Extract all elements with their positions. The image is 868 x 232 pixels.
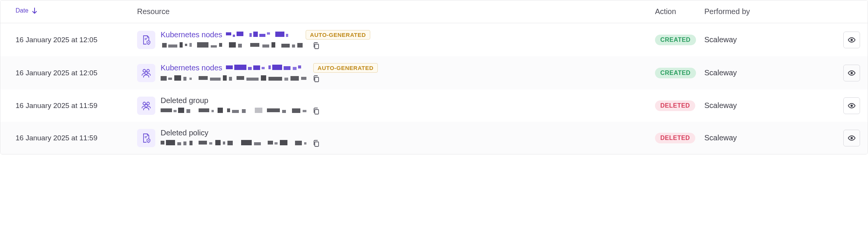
performed-by: Scaleway [704,133,837,142]
svg-rect-84 [177,142,181,145]
svg-rect-17 [211,45,217,48]
svg-rect-98 [304,142,306,145]
svg-rect-44 [174,75,181,81]
svg-rect-83 [166,140,175,145]
column-header-resource: Resource [137,7,655,16]
svg-rect-69 [218,108,223,113]
svg-rect-73 [255,108,262,113]
redacted-id [161,140,309,147]
document-shield-icon [137,31,155,49]
svg-rect-66 [186,109,190,113]
copy-icon[interactable] [312,107,320,115]
svg-rect-92 [241,140,252,145]
svg-rect-88 [209,142,212,145]
svg-rect-51 [237,76,244,80]
document-shield-icon [137,129,155,147]
action-badge-created: CREATED [655,35,696,45]
svg-rect-49 [223,75,227,81]
svg-rect-21 [250,43,259,47]
performed-by: Scaleway [704,68,837,77]
svg-rect-5 [249,33,252,37]
auto-generated-badge: AUTO-GENERATED [306,30,370,40]
svg-rect-22 [262,44,269,48]
svg-point-28 [851,39,853,41]
svg-rect-99 [315,142,319,146]
svg-rect-24 [281,44,290,48]
redacted-id [161,42,309,49]
svg-rect-27 [315,44,319,49]
svg-rect-48 [210,78,221,81]
svg-rect-36 [262,67,265,69]
svg-rect-52 [246,78,259,81]
svg-rect-4 [237,32,243,36]
eye-icon [847,69,856,77]
column-header-date[interactable]: Date [16,7,137,14]
svg-rect-77 [303,110,306,112]
svg-rect-39 [284,66,290,70]
svg-rect-32 [226,65,233,69]
copy-icon[interactable] [312,42,320,49]
column-header-performed-by: Performed by [704,7,837,16]
svg-rect-71 [232,110,239,113]
svg-rect-18 [219,43,222,47]
audit-log-table: Date Resource Action Performed by 16 Jan… [0,0,868,154]
table-row: 16 January 2025 at 12:05 Kubernetes node… [0,23,868,56]
svg-rect-70 [227,108,230,112]
view-details-button[interactable] [843,65,860,81]
svg-rect-53 [261,75,266,81]
svg-rect-87 [199,141,207,145]
view-details-button[interactable] [843,32,860,48]
svg-rect-8 [267,32,270,35]
view-details-button[interactable] [843,130,860,146]
resource-title: Deleted group [161,96,208,105]
table-row: 16 January 2025 at 11:59 Deleted group [0,89,868,122]
svg-rect-41 [298,65,301,68]
row-date: 16 January 2025 at 12:05 [8,69,137,77]
resource-title: Deleted policy [161,129,208,137]
svg-rect-3 [233,35,235,37]
svg-rect-43 [168,78,172,80]
svg-rect-78 [315,110,319,114]
svg-rect-72 [242,109,246,113]
table-row: 16 January 2025 at 12:05 Kubernetes node… [0,56,868,89]
svg-rect-9 [275,32,284,37]
arrow-down-icon [32,7,38,14]
svg-rect-40 [293,67,297,70]
svg-rect-34 [248,67,252,70]
redacted-text [226,65,309,72]
svg-rect-19 [229,42,236,48]
svg-rect-2 [226,32,231,35]
svg-rect-50 [229,77,232,81]
copy-icon[interactable] [312,140,320,147]
svg-rect-46 [189,78,192,80]
eye-icon [847,134,856,142]
svg-rect-64 [174,110,177,112]
svg-rect-38 [272,65,282,70]
copy-icon[interactable] [312,75,320,83]
eye-icon [847,36,856,44]
svg-rect-12 [168,44,177,48]
svg-rect-95 [275,142,278,145]
svg-rect-74 [267,108,280,112]
action-badge-deleted: DELETED [655,100,695,111]
action-badge-created: CREATED [655,68,696,78]
svg-rect-96 [280,140,287,145]
svg-rect-63 [161,108,172,112]
resource-title-link[interactable]: Kubernetes nodes [161,64,222,72]
svg-rect-25 [292,44,295,48]
view-details-button[interactable] [843,97,860,114]
resource-title-link[interactable]: Kubernetes nodes [161,30,222,39]
svg-rect-7 [259,34,265,37]
performed-by: Scaleway [704,35,837,44]
svg-rect-58 [315,77,319,82]
svg-rect-13 [180,42,183,48]
svg-rect-42 [161,76,167,81]
svg-rect-86 [189,141,193,145]
group-icon [137,97,155,115]
row-date: 16 January 2025 at 12:05 [8,36,137,44]
group-icon [137,64,155,82]
svg-rect-26 [297,43,303,48]
column-header-date-label: Date [16,7,28,14]
svg-rect-16 [197,42,208,48]
svg-rect-35 [253,65,260,70]
